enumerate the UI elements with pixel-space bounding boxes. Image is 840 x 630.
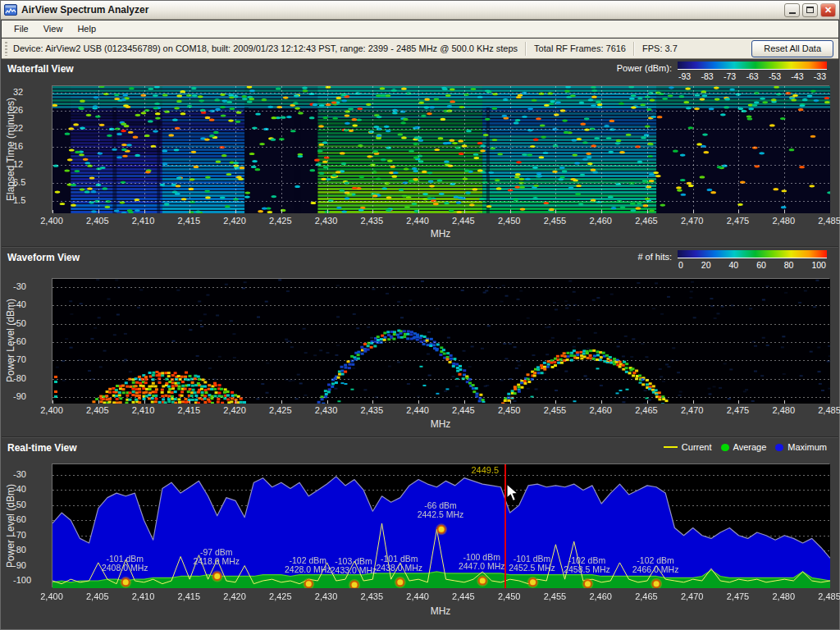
x-tick-label: 2,410 [132,405,155,415]
total-rf-frames: Total RF Frames: 7616 [534,43,626,53]
y-tick-label: 6.5 [13,177,46,187]
y-tick-label: -40 [13,484,46,494]
x-tick-label: 2,480 [772,405,795,415]
y-tick-label: 16 [13,141,46,151]
close-button[interactable]: ✕ [820,3,836,17]
fps-indicator: FPS: 3.7 [642,43,678,53]
x-tick-label: 2,415 [178,405,201,415]
x-tick-label: 2,410 [132,591,155,601]
x-tick-label: 2,470 [681,591,704,601]
y-tick-label: -80 [13,373,46,383]
waterfall-title: Waterfall View [7,63,74,75]
x-tick-label: 2,425 [269,591,292,601]
minimize-icon [789,12,796,14]
window-title: AirView Spectrum Analyzer [21,4,782,16]
x-tick-label: 2,445 [452,216,475,226]
y-tick-label: -40 [13,299,46,309]
x-tick-label: 2,435 [361,216,384,226]
colorbar-tick-label: -73 [724,71,736,81]
colorbar-tick-label: 20 [701,260,711,270]
legend-label: Current [682,442,712,452]
x-tick-label: 2,420 [223,591,246,601]
minimize-button[interactable] [784,3,800,17]
waterfall-xlabel: MHz [431,228,451,240]
x-tick-label: 2,465 [635,216,658,226]
y-tick-label: -90 [13,560,46,570]
menu-help[interactable]: Help [70,21,103,36]
waveform-colorbar-label: # of hits: [637,252,672,262]
y-tick-label: 1.5 [13,195,46,205]
waterfall-plot [52,85,829,212]
menu-file[interactable]: File [7,21,36,36]
y-tick-label: -50 [13,318,46,328]
x-tick-label: 2,440 [406,405,429,415]
colorbar-tick-label: -53 [769,71,781,81]
x-tick-label: 2,420 [223,405,246,415]
x-tick-label: 2,475 [727,405,750,415]
menu-bar: File View Help [2,21,838,38]
realtime-xlabel: MHz [431,605,451,617]
legend-item-average: Average [721,442,767,452]
x-tick-label: 2,455 [544,591,567,601]
x-tick-label: 2,425 [269,405,292,415]
x-tick-label: 2,480 [772,591,795,601]
waveform-xlabel: MHz [431,418,451,430]
colorbar-tick-label: -83 [701,71,713,81]
colorbar-tick-label: -43 [791,71,803,81]
device-info: Device: AirView2 USB (0123456789) on COM… [13,43,518,53]
realtime-legend: CurrentAverageMaximum [664,442,827,452]
realtime-plot[interactable] [52,463,829,587]
x-tick-label: 2,445 [452,591,475,601]
legend-label: Maximum [788,442,827,452]
power-color-scale [678,62,827,70]
menu-view[interactable]: View [36,21,71,36]
y-tick-label: 32 [13,87,46,97]
legend-blob-swatch [721,444,729,451]
x-tick-label: 2,430 [315,591,338,601]
legend-label: Average [733,442,767,452]
toolbar-grip [5,42,7,56]
x-tick-label: 2,410 [132,216,155,226]
x-tick-label: 2,435 [361,405,384,415]
x-tick-label: 2,455 [544,216,567,226]
x-tick-label: 2,430 [315,405,338,415]
realtime-canvas [52,464,830,588]
x-tick-label: 2,470 [681,216,704,226]
y-tick-label: -30 [13,281,46,291]
waterfall-canvas [52,86,830,213]
x-tick-label: 2,450 [498,591,521,601]
main-content: Waterfall View Power (dBm): -93-83-73-63… [2,60,838,628]
x-tick-label: 2,400 [40,591,63,601]
x-tick-label: 2,440 [406,216,429,226]
legend-line-swatch [664,446,678,448]
hits-color-scale [678,250,827,258]
close-icon: ✕ [824,5,832,16]
y-tick-label: -30 [13,469,46,479]
y-tick-label: -80 [13,545,46,555]
realtime-title: Real-time View [7,442,76,454]
reset-all-data-button[interactable]: Reset All Data [751,40,833,57]
maximize-button[interactable] [802,3,818,17]
colorbar-tick-label: -93 [678,71,691,81]
colorbar-tick-label: 80 [784,260,794,270]
x-tick-label: 2,405 [86,216,109,226]
y-tick-label: -60 [13,514,46,524]
y-tick-label: 12 [13,159,46,169]
y-tick-label: -90 [13,391,46,401]
titlebar[interactable]: AirView Spectrum Analyzer ✕ [1,1,839,20]
y-tick-label: -70 [13,354,46,364]
waterfall-colorbar: Power (dBm): -93-83-73-63-53-43-33 [617,62,827,81]
x-tick-label: 2,425 [269,216,292,226]
x-tick-label: 2,485 [818,591,840,601]
y-tick-label: -60 [13,336,46,346]
x-tick-label: 2,420 [223,216,246,226]
colorbar-tick-label: -63 [746,71,758,81]
legend-blob-swatch [775,444,783,451]
x-tick-label: 2,400 [40,405,63,415]
waveform-canvas [52,279,830,404]
colorbar-tick-label: 100 [811,260,826,270]
section-divider [2,436,838,438]
x-tick-label: 2,480 [772,216,795,226]
waveform-colorbar: # of hits: 020406080100 [637,250,827,270]
section-divider [2,246,838,248]
